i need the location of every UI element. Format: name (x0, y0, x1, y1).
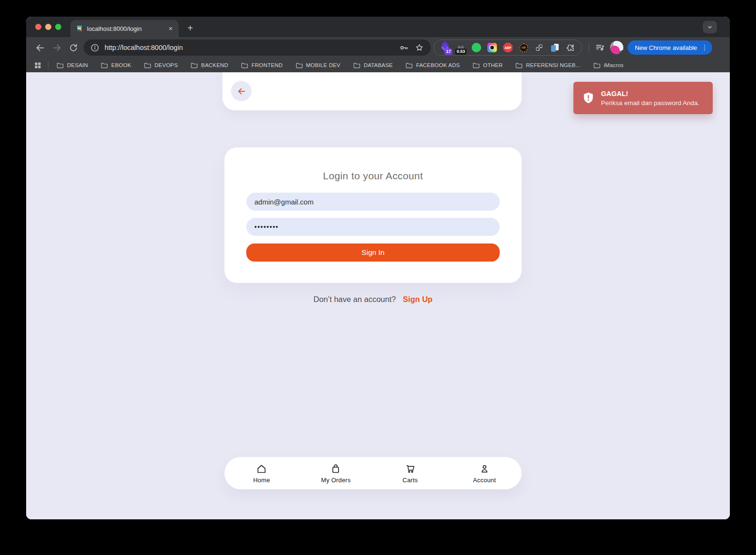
bookmark-folder-database[interactable]: DATABASE (353, 62, 393, 68)
extension-adblock-icon[interactable]: ABP (503, 43, 513, 52)
login-title: Login to your Account (224, 170, 522, 182)
bookmarks-bar: DESAIN EBOOK DEVOPS BACKEND FRONTEND MOB… (26, 58, 730, 72)
extension-pages-icon[interactable] (550, 43, 560, 52)
page-back-button[interactable] (231, 81, 252, 101)
close-window-button[interactable] (35, 24, 41, 30)
bookmark-label: EBOOK (111, 62, 131, 68)
folder-icon (241, 62, 248, 68)
signup-row: Don’t have an account? Sign Up (224, 295, 522, 304)
profile-avatar[interactable] (610, 41, 623, 54)
back-icon (35, 43, 45, 53)
extension-green-dot-icon[interactable] (472, 43, 481, 52)
folder-icon (296, 62, 303, 68)
folder-icon (191, 62, 198, 68)
bottom-navigation: Home My Orders Carts Account (224, 457, 522, 489)
nav-item-home[interactable]: Home (224, 457, 299, 489)
chrome-update-chip[interactable]: New Chrome available ⋮ (628, 40, 712, 55)
bookmark-folder-desain[interactable]: DESAIN (57, 62, 88, 68)
reload-icon (69, 43, 78, 52)
bookmark-folder-mobile-dev[interactable]: MOBILE DEV (296, 62, 340, 68)
nav-item-account[interactable]: Account (447, 457, 522, 489)
url-text[interactable]: http://localhost:8000/login (105, 44, 399, 51)
bookmark-label: FRONTEND (252, 62, 283, 68)
bookmark-folder-other[interactable]: OTHER (473, 62, 503, 68)
extension-badge: 0.53 (455, 49, 466, 55)
cart-icon (405, 463, 416, 475)
shield-alert-icon (582, 92, 594, 105)
nav-item-carts[interactable]: Carts (373, 457, 447, 489)
bookmark-label: iMacros (604, 62, 624, 68)
folder-icon (406, 62, 413, 68)
extensions-group: 17 0.53 ABP UD (434, 39, 582, 56)
folder-icon (515, 62, 523, 68)
reload-button[interactable] (66, 40, 80, 55)
error-toast[interactable]: GAGAL! Periksa email dan password Anda. (573, 82, 713, 114)
bookmark-label: REFERENSI NGEB... (526, 62, 581, 68)
nav-label: Carts (403, 477, 418, 484)
folder-icon (473, 62, 480, 68)
bookmark-label: BACKEND (201, 62, 228, 68)
grid-icon[interactable] (34, 61, 42, 69)
bookmark-folder-facebook-ads[interactable]: FACEBOOK ADS (406, 62, 460, 68)
maximize-window-button[interactable] (55, 24, 61, 30)
tab-strip: localhost:8000/login × + (26, 17, 730, 37)
address-bar[interactable]: http://localhost:8000/login (84, 39, 431, 56)
overflow-menu-icon[interactable]: ⋮ (701, 44, 708, 51)
puzzle-icon (566, 43, 575, 52)
bookmark-folder-ebook[interactable]: EBOOK (101, 62, 131, 68)
person-icon (479, 463, 490, 475)
extension-lens-icon[interactable] (487, 43, 497, 52)
back-button[interactable] (33, 40, 47, 55)
chevron-down-icon (707, 24, 713, 30)
folder-icon (57, 62, 64, 68)
tab-localhost-login[interactable]: localhost:8000/login × (70, 20, 179, 37)
chrome-update-label: New Chrome available (635, 44, 697, 51)
nav-label: Home (253, 477, 270, 484)
info-icon[interactable] (90, 43, 99, 52)
browser-toolbar: http://localhost:8000/login 17 0.53 ABP … (26, 37, 730, 58)
bookmark-label: DEVOPS (155, 62, 178, 68)
login-card: Login to your Account Sign In (224, 147, 522, 283)
sign-in-button[interactable]: Sign In (246, 243, 500, 262)
toast-message: Periksa email dan password Anda. (601, 99, 699, 107)
bookmark-folder-imacros[interactable]: iMacros (593, 62, 624, 68)
tab-search-button[interactable] (703, 21, 717, 33)
extension-badge: 17 (445, 49, 452, 55)
bookmarks-divider (48, 61, 48, 69)
folder-icon (593, 62, 601, 68)
nav-item-my-orders[interactable]: My Orders (299, 457, 373, 489)
minimize-window-button[interactable] (45, 24, 51, 30)
media-queue-icon[interactable] (595, 42, 605, 53)
bookmark-folder-referensi[interactable]: REFERENSI NGEB... (515, 62, 581, 68)
key-icon[interactable] (399, 43, 409, 53)
page-content: GAGAL! Periksa email dan password Anda. … (26, 72, 730, 519)
forward-icon (52, 43, 62, 53)
extension-ud-shield-icon[interactable]: UD (519, 43, 528, 52)
folder-icon (144, 62, 151, 68)
bookmark-folder-backend[interactable]: BACKEND (191, 62, 228, 68)
bag-icon (330, 463, 341, 475)
folder-icon (101, 62, 108, 68)
extension-fullscreen-icon[interactable] (534, 43, 544, 52)
home-icon (256, 463, 267, 475)
forward-button[interactable] (49, 40, 64, 55)
nav-label: Account (473, 477, 496, 484)
extension-axe-icon[interactable]: 17 (440, 43, 450, 52)
tab-close-icon[interactable]: × (166, 24, 175, 33)
arrow-left-icon (236, 86, 247, 97)
bookmark-label: DESAIN (67, 62, 88, 68)
new-tab-icon[interactable]: + (184, 22, 196, 35)
password-field[interactable] (246, 218, 500, 236)
window-controls (35, 24, 61, 30)
favicon (76, 25, 83, 32)
tab-title: localhost:8000/login (87, 25, 163, 32)
star-icon[interactable] (415, 43, 424, 52)
toolbar-divider (589, 43, 589, 52)
extension-monitor-icon[interactable]: 0.53 (456, 43, 465, 52)
email-field[interactable] (246, 193, 500, 211)
bookmark-folder-frontend[interactable]: FRONTEND (241, 62, 283, 68)
sign-up-link[interactable]: Sign Up (403, 295, 432, 303)
folder-icon (353, 62, 360, 68)
extensions-menu-button[interactable] (566, 43, 575, 52)
bookmark-folder-devops[interactable]: DEVOPS (144, 62, 178, 68)
